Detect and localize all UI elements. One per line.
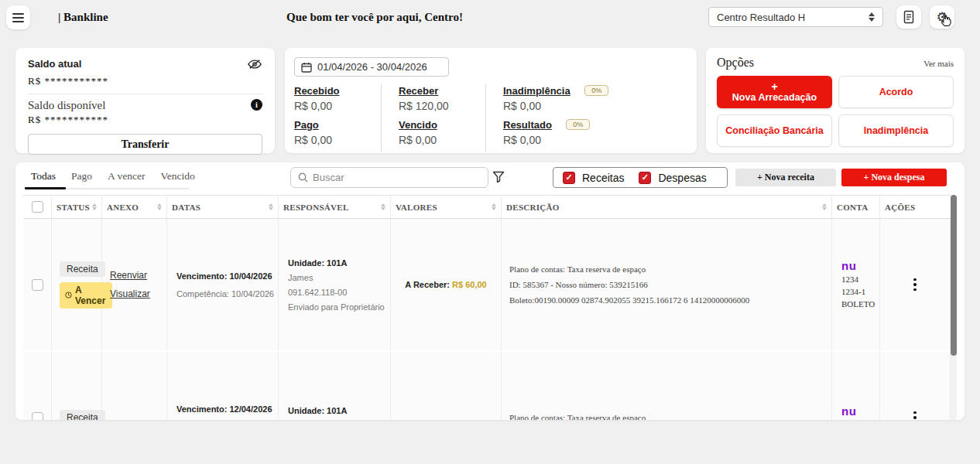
bank-reconciliation-button[interactable]: Conciliação Bancária — [717, 114, 832, 147]
brand-title: | Bankline — [58, 11, 108, 24]
options-card: Opções Ver mais + Nova Arrecadação Acord… — [706, 48, 965, 153]
sort-responsavel[interactable] — [381, 203, 385, 210]
row-checkbox[interactable] — [32, 412, 43, 421]
available-balance-value: R$ *********** — [28, 114, 262, 126]
col-acoes: AÇÕES — [885, 203, 915, 212]
inadimplencia-pct-badge: 0% — [584, 85, 608, 96]
active-tab-indicator — [25, 187, 66, 189]
balance-card: Saldo atual R$ *********** Saldo disponí… — [15, 48, 275, 153]
stat-resultado-value: R$ 0,00 — [503, 134, 680, 146]
select-all-checkbox[interactable] — [32, 201, 43, 213]
document-icon — [903, 10, 915, 24]
col-responsavel: RESPONSÁVEL — [283, 203, 349, 212]
competence-date: Competência: 10/04/2026 — [176, 289, 278, 299]
account-method: BOLETO — [841, 299, 875, 309]
plan-line: Plano de contas: Taxa reserva de espaço — [509, 264, 831, 274]
agreement-button[interactable]: Acordo — [838, 76, 954, 108]
table-scrollbar-thumb[interactable] — [951, 195, 957, 356]
type-badge: Receita — [60, 410, 105, 420]
new-income-button[interactable]: + Nova receita — [735, 169, 836, 186]
hide-balance-button[interactable] — [247, 58, 262, 73]
amount-label: A Receber: — [405, 280, 450, 289]
table-row: Receita Vencimento: 12/04/2026 Competênc… — [23, 352, 951, 420]
filter-button[interactable] — [489, 169, 508, 187]
info-icon[interactable]: i — [251, 99, 262, 111]
settings-button[interactable]: ⚙ — [930, 5, 954, 29]
stat-pago-value: R$ 0,00 — [294, 134, 373, 146]
id-line: ID: 585367 - Nosso número: 539215166 — [509, 280, 831, 289]
row-actions-menu[interactable] — [910, 408, 920, 420]
row-checkbox[interactable] — [32, 279, 43, 291]
calendar-icon — [301, 62, 312, 73]
responsible-document: 091.642.118-00 — [288, 288, 390, 297]
stat-receber-label[interactable]: Receber — [399, 85, 438, 97]
see-more-link[interactable]: Ver mais — [923, 59, 954, 68]
search-input[interactable] — [313, 172, 468, 183]
report-button[interactable] — [896, 5, 921, 29]
row-actions-menu[interactable] — [910, 275, 920, 295]
transfer-button[interactable]: Transferir — [28, 134, 262, 155]
summary-card: 01/04/2026 - 30/04/2026 Recebido R$ 0,00… — [285, 48, 697, 153]
current-balance-label: Saldo atual — [28, 58, 81, 70]
plan-line: Plano de contas: Taxa reserva de espaço — [509, 413, 831, 420]
current-balance-value: R$ *********** — [28, 75, 262, 87]
account-number: 1234-1 — [841, 287, 865, 296]
greeting-text: Que bom ter você por aqui, Centro! — [286, 11, 463, 24]
stat-vencido-value: R$ 0,00 — [399, 134, 478, 146]
table-row: Receita A Vencer Reenviar Visualizar Ven… — [23, 219, 951, 352]
due-date: Vencimento: 12/04/2026 — [176, 404, 278, 414]
due-date: Vencimento: 10/04/2026 — [176, 271, 278, 281]
nubank-logo: nu — [841, 261, 856, 271]
amount-value: R$ 60,00 — [452, 280, 487, 289]
sent-status: Enviado para Proprietário — [288, 302, 390, 312]
table-body: Receita A Vencer Reenviar Visualizar Ven… — [23, 219, 951, 420]
sort-descricao[interactable] — [822, 203, 827, 210]
responsible-name: James — [288, 273, 390, 282]
col-conta: CONTA — [837, 203, 868, 212]
sort-anexo[interactable] — [157, 203, 162, 210]
unit: Unidade: 101A — [288, 258, 390, 268]
new-expense-button[interactable]: + Nova despesa — [841, 169, 947, 186]
transactions-card: Todas Pago A vencer Vencido ✓ Receitas ✓… — [15, 162, 965, 420]
despesas-checkbox-label[interactable]: Despesas — [658, 172, 706, 184]
delinquency-button[interactable]: Inadimplência — [838, 114, 954, 147]
options-title: Opções — [717, 56, 754, 70]
unit: Unidade: 101A — [288, 406, 390, 415]
stat-pago-label[interactable]: Pago — [294, 119, 319, 131]
plus-icon: + — [771, 81, 777, 92]
stat-inadimplencia-label[interactable]: Inadimplência — [503, 85, 571, 97]
sort-status[interactable] — [92, 203, 97, 210]
sort-datas[interactable] — [269, 203, 273, 210]
despesas-checkbox[interactable]: ✓ — [639, 172, 651, 184]
select-arrows-icon — [869, 12, 875, 22]
center-select[interactable]: Centro Resultado H — [708, 7, 883, 27]
stat-vencido-label[interactable]: Vencido — [399, 119, 437, 131]
divider — [28, 94, 262, 94]
stat-recebido-label[interactable]: Recebido — [294, 85, 340, 97]
boleto-line: Boleto:00190.00009 02874.902055 39215.16… — [509, 295, 831, 305]
center-select-value: Centro Resultado H — [717, 12, 805, 23]
col-anexo: ANEXO — [107, 203, 139, 212]
account-agency: 1234 — [841, 275, 858, 284]
resend-link[interactable]: Reenviar — [110, 270, 147, 281]
funnel-icon — [492, 170, 505, 184]
search-icon — [298, 172, 308, 183]
gear-icon: ⚙ — [936, 11, 947, 24]
menu-button[interactable] — [6, 5, 30, 29]
stat-inadimplencia-value: R$ 0,00 — [503, 100, 680, 112]
receitas-checkbox-label[interactable]: Receitas — [582, 172, 624, 184]
col-valores: VALORES — [396, 203, 437, 212]
new-collection-button[interactable]: + Nova Arrecadação — [717, 76, 832, 108]
type-filter-group: ✓ Receitas ✓ Despesas — [553, 167, 728, 188]
view-link[interactable]: Visualizar — [110, 288, 150, 299]
summary-stats: Recebido R$ 0,00 Pago R$ 0,00 Receber R$… — [294, 84, 687, 152]
date-range-picker[interactable]: 01/04/2026 - 30/04/2026 — [294, 57, 449, 77]
stat-recebido-value: R$ 0,00 — [294, 100, 373, 112]
hamburger-icon — [12, 13, 24, 22]
stat-resultado-label[interactable]: Resultado — [503, 119, 552, 131]
table-scrollbar — [951, 195, 957, 420]
amount-line: A Receber: R$ 60,00 — [405, 280, 486, 289]
receitas-checkbox[interactable]: ✓ — [563, 172, 575, 184]
sort-valores[interactable] — [492, 203, 496, 210]
new-collection-label: Nova Arrecadação — [732, 92, 817, 103]
